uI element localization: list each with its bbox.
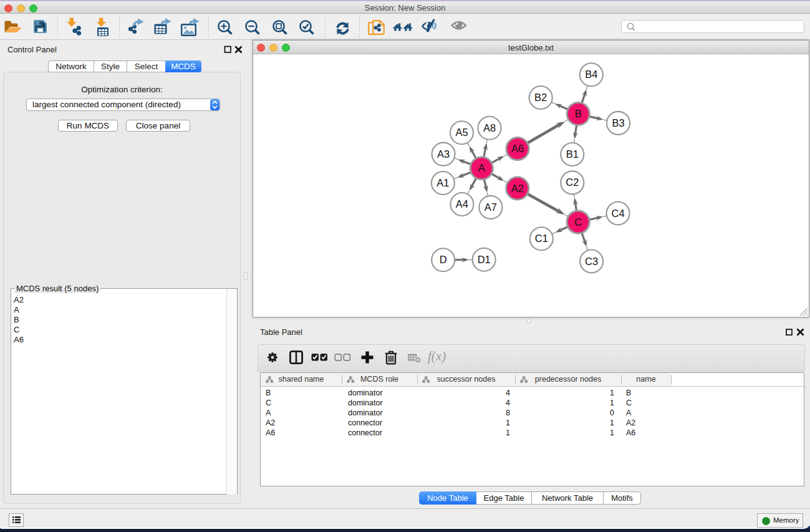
svg-text:C: C <box>574 216 582 228</box>
svg-text:A1: A1 <box>436 177 449 188</box>
svg-text:C2: C2 <box>566 177 579 188</box>
svg-text:A3: A3 <box>437 148 450 160</box>
svg-text:A8: A8 <box>483 122 496 133</box>
svg-text:A6: A6 <box>511 143 524 154</box>
svg-text:B3: B3 <box>612 117 624 128</box>
svg-text:D1: D1 <box>478 254 491 265</box>
svg-text:B: B <box>575 108 582 119</box>
svg-text:C4: C4 <box>612 208 625 219</box>
svg-text:A4: A4 <box>456 198 468 210</box>
svg-text:C3: C3 <box>585 256 598 267</box>
svg-text:B1: B1 <box>566 148 579 160</box>
svg-text:A5: A5 <box>455 127 468 138</box>
svg-text:B4: B4 <box>585 69 597 80</box>
svg-text:D: D <box>440 254 447 265</box>
svg-text:C1: C1 <box>535 233 548 244</box>
svg-text:B2: B2 <box>534 92 547 103</box>
svg-text:A7: A7 <box>485 201 497 213</box>
svg-text:A2: A2 <box>511 183 524 194</box>
svg-text:A: A <box>478 162 485 173</box>
